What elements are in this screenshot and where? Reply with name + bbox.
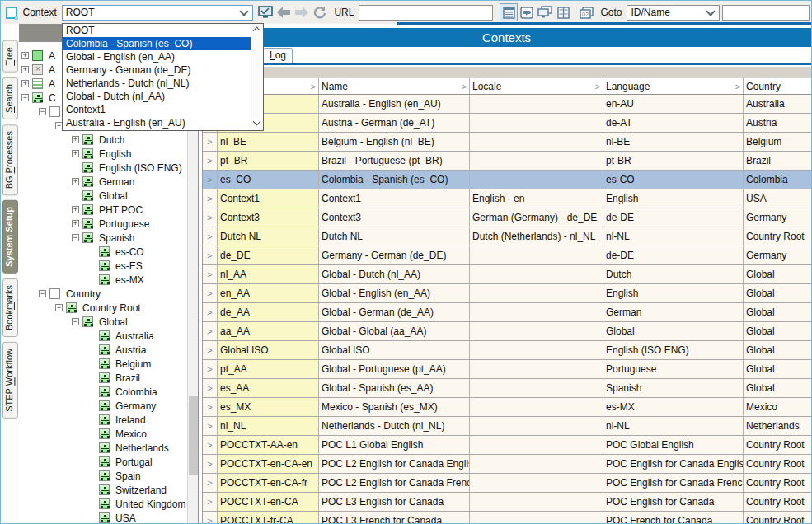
cell-name[interactable]: Brazil - Portuguese (pt_BR) — [319, 152, 470, 170]
dropdown-option[interactable]: Australia - English (en_AU) — [63, 116, 251, 129]
tree-toggle[interactable] — [88, 248, 96, 255]
cell-locale[interactable] — [470, 512, 603, 524]
tree-item[interactable]: + German — [19, 175, 198, 189]
cell-language[interactable]: POC English for Canada English — [603, 455, 744, 473]
row-chevron-icon[interactable]: > — [207, 516, 212, 524]
row-chevron-icon[interactable]: > — [207, 156, 212, 166]
cell-id[interactable]: es_AA — [218, 379, 319, 397]
cell-locale[interactable]: Dutch (Netherlands) - nl_NL — [470, 227, 603, 246]
scroll-down-icon[interactable] — [251, 118, 263, 129]
cell-id[interactable]: Global ISO — [218, 341, 319, 359]
cell-name[interactable]: Global - German (de_AA) — [319, 303, 470, 321]
row-chevron-icon[interactable]: > — [207, 364, 212, 374]
row-chevron-icon[interactable]: > — [207, 269, 212, 279]
goto-mode-combobox[interactable]: ID/Name — [627, 5, 720, 21]
sort-chevron-icon[interactable]: > — [311, 82, 316, 91]
cell-id[interactable]: nl_BE — [218, 133, 319, 151]
tree-item[interactable]: + Dutch — [19, 133, 198, 147]
cell-country[interactable]: Country Root — [744, 436, 811, 454]
tree-toggle[interactable] — [88, 486, 96, 494]
table-row[interactable]: > pt_BR Brazil - Portuguese (pt_BR) pt-B… — [203, 152, 811, 171]
row-expand-cell[interactable]: > — [203, 284, 218, 302]
cell-locale[interactable] — [470, 436, 603, 454]
cell-country[interactable]: Global — [744, 341, 811, 359]
cell-language[interactable]: nl-BE — [603, 133, 744, 151]
chevron-down-icon[interactable] — [706, 7, 715, 16]
tree-item[interactable]: Switzerland — [19, 483, 198, 497]
cell-country[interactable]: Country Root — [744, 493, 811, 511]
cell-language[interactable]: nl-NL — [603, 227, 744, 246]
cell-language[interactable]: nl-NL — [603, 417, 744, 435]
cell-locale[interactable] — [470, 474, 603, 492]
tree-toggle[interactable] — [88, 374, 96, 381]
refresh-icon[interactable] — [311, 3, 329, 21]
tree-item[interactable]: Global — [19, 189, 198, 203]
cell-locale[interactable] — [470, 322, 603, 340]
row-expand-cell[interactable]: > — [203, 360, 218, 378]
tree-toggle[interactable]: + — [72, 206, 79, 213]
cell-locale[interactable] — [470, 95, 603, 113]
table-row[interactable]: > POCCTXT-fr-CA POC L3 French for Canada… — [203, 512, 811, 524]
row-expand-cell[interactable]: > — [203, 303, 218, 321]
tree-item[interactable]: + English — [19, 147, 198, 161]
cell-id[interactable]: POCCTXT-en-CA-fr — [218, 474, 319, 492]
cell-id[interactable]: nl_NL — [218, 417, 319, 435]
sort-chevron-icon[interactable]: > — [462, 82, 467, 91]
cell-name[interactable]: Global - Spanish (es_AA) — [319, 379, 470, 397]
cell-language[interactable]: Dutch — [603, 265, 744, 283]
dropdown-option[interactable]: Colombia - Spanish (es_CO) — [63, 37, 251, 50]
tree-toggle[interactable] — [72, 164, 79, 171]
row-chevron-icon[interactable]: > — [207, 307, 212, 317]
row-expand-cell[interactable]: > — [203, 171, 218, 189]
row-chevron-icon[interactable]: > — [207, 383, 212, 393]
dropdown-option[interactable]: Global - Dutch (nl_AA) — [63, 90, 251, 103]
tree-toggle[interactable]: + — [21, 52, 29, 59]
tree-item[interactable]: − Country — [19, 287, 198, 301]
tree-item[interactable]: USA — [19, 511, 198, 524]
table-row[interactable]: > es_AA Global - Spanish (es_AA) Spanish… — [203, 379, 811, 398]
dropdown-option[interactable]: ROOT — [63, 24, 251, 37]
cell-country[interactable]: Global — [744, 284, 811, 302]
row-expand-cell[interactable]: > — [203, 208, 218, 227]
cell-language[interactable]: de-DE — [603, 246, 744, 264]
cell-name[interactable]: Context1 — [319, 189, 470, 208]
tree-item[interactable]: es-CO — [19, 245, 198, 259]
row-expand-cell[interactable]: > — [203, 322, 218, 340]
cell-name[interactable]: Global - Dutch (nl_AA) — [319, 265, 470, 283]
cell-language[interactable]: Portuguese — [603, 360, 744, 378]
cell-name[interactable]: Context3 — [319, 208, 470, 227]
table-row[interactable]: > Dutch NL Dutch NL Dutch (Netherlands) … — [203, 227, 811, 246]
tree-toggle[interactable] — [88, 430, 96, 437]
cell-name[interactable]: POC L3 French for Canada — [319, 512, 470, 524]
cell-locale[interactable] — [470, 417, 603, 435]
table-row[interactable]: > es_CO Colombia - Spanish (es_CO) es-CO… — [203, 171, 811, 189]
cell-language[interactable]: POC English for Canada French — [603, 474, 744, 492]
tree-toggle[interactable]: − — [55, 304, 63, 311]
cell-id[interactable]: Dutch NL — [218, 227, 319, 246]
cell-country[interactable]: Germany — [744, 208, 811, 227]
table-row[interactable]: > POCCTXT-en-CA-fr POC L2 English for Ca… — [203, 474, 811, 493]
tree-toggle[interactable]: + — [72, 220, 79, 227]
cell-country[interactable]: Country Root — [744, 512, 811, 524]
cell-locale[interactable] — [470, 303, 603, 321]
row-expand-cell[interactable]: > — [203, 417, 218, 435]
row-expand-cell[interactable]: > — [203, 133, 218, 151]
cell-language[interactable]: de-AT — [603, 114, 744, 132]
row-expand-cell[interactable]: > — [203, 493, 218, 511]
split-columns-icon[interactable] — [554, 3, 572, 21]
tree-item[interactable]: Belgium — [19, 357, 198, 371]
cell-id[interactable]: POCCTXT-AA-en — [218, 436, 319, 454]
row-chevron-icon[interactable]: > — [207, 175, 212, 185]
tree-item[interactable]: United Kingdom — [19, 497, 198, 511]
dropdown-option[interactable]: Context1 — [63, 103, 251, 116]
chevron-down-icon[interactable] — [240, 7, 249, 16]
tree-toggle[interactable] — [88, 444, 96, 451]
cell-locale[interactable] — [470, 246, 603, 264]
column-header-name[interactable]: Name> — [319, 78, 470, 94]
cell-locale[interactable]: German (Germany) - de_DE — [470, 208, 603, 227]
row-expand-cell[interactable]: > — [203, 474, 218, 492]
tree-toggle[interactable] — [88, 360, 96, 367]
side-tab[interactable]: Tree — [2, 40, 18, 73]
tree-toggle[interactable] — [88, 458, 96, 466]
cell-country[interactable]: Germany — [744, 246, 811, 264]
